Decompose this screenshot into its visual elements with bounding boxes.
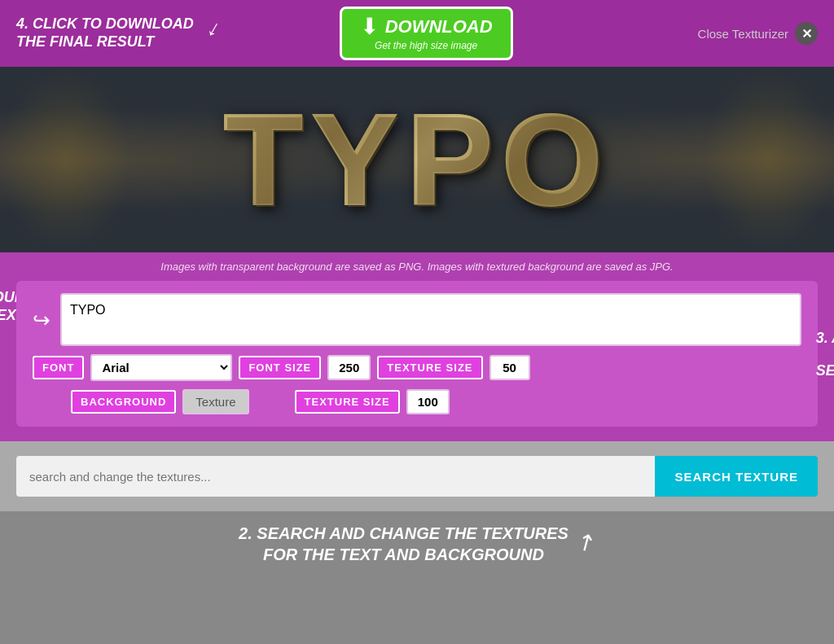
controls-outer: 1. Input Your Text 3. Adjust the Setting… [16,281,818,427]
preview-area: TYPO [0,67,834,252]
step3-label: 3. Adjust the Settings ↙ [816,330,834,381]
arrow-area: ↓ [208,15,220,46]
floral-right-decoration [704,67,834,252]
background-label: BACKGROUND [71,390,176,414]
font-label: FONT [33,356,84,379]
download-button[interactable]: ⬇ DOWNLOAD Get the high size image [340,7,513,60]
texture-size-value[interactable]: 50 [489,355,530,380]
texture-size-label: TEXTURE SIZE [377,356,482,379]
download-label: DOWNLOAD [385,16,493,37]
controls-inner: 3. Adjust the Settings ↙ ↪ TYPO FONT Ari… [16,281,818,427]
step4-label: 4. Click to Download the Final Result [16,15,194,50]
header: 4. Click to Download the Final Result ↓ … [0,0,834,67]
floral-left-decoration [0,67,130,252]
settings-row-2: BACKGROUND Texture TEXTURE SIZE 100 [71,389,801,414]
step2-label: 2. Search and Change the Textures for th… [239,523,568,565]
arrow-right-icon: ↪ [33,308,50,333]
close-label: Close Textturizer [698,27,788,41]
close-button[interactable]: Close Textturizer ✕ [698,22,818,45]
bottom-arrow-icon: ↗ [571,526,600,559]
search-button[interactable]: SEARCH TEXTURE [655,456,818,497]
arrow-icon: ↓ [203,15,226,43]
text-input[interactable]: TYPO [60,293,801,346]
search-area: SEARCH TEXTURE [0,441,834,511]
settings-row-1: FONT Arial Times New Roman Georgia FONT … [33,354,801,381]
download-icon: ⬇ [360,15,379,38]
texture-size2-value[interactable]: 100 [406,389,450,414]
search-input[interactable] [16,456,655,497]
background-value[interactable]: Texture [182,389,248,414]
download-area: ⬇ DOWNLOAD Get the high size image [340,7,513,60]
texture-size2-label: TEXTURE SIZE [295,390,400,414]
info-text: Images with transparent background are s… [16,261,818,273]
download-sublabel: Get the high size image [375,40,477,51]
controls-section: Images with transparent background are s… [0,252,834,441]
font-size-label: FONT SIZE [239,356,321,379]
preview-text: TYPO [223,85,611,234]
bottom-label: 2. Search and Change the Textures for th… [0,511,834,581]
close-icon: ✕ [795,22,818,45]
header-left: 4. Click to Download the Final Result ↓ [16,15,220,50]
font-select[interactable]: Arial Times New Roman Georgia [90,354,232,381]
font-size-value[interactable]: 250 [327,355,371,380]
text-input-row: ↪ TYPO [33,293,801,346]
